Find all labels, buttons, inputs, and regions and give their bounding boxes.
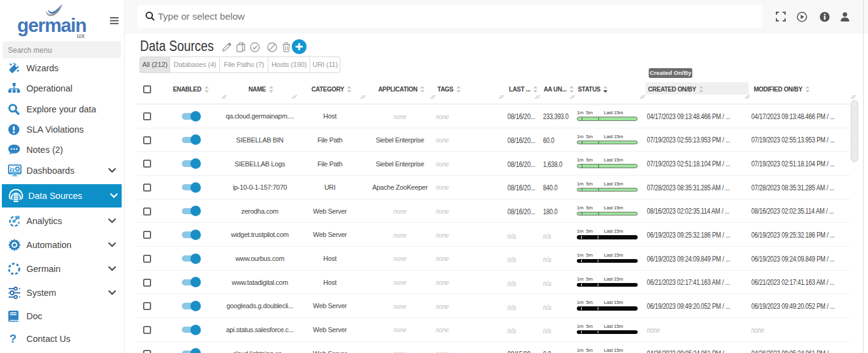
svg-text:?: ? [9,333,17,345]
